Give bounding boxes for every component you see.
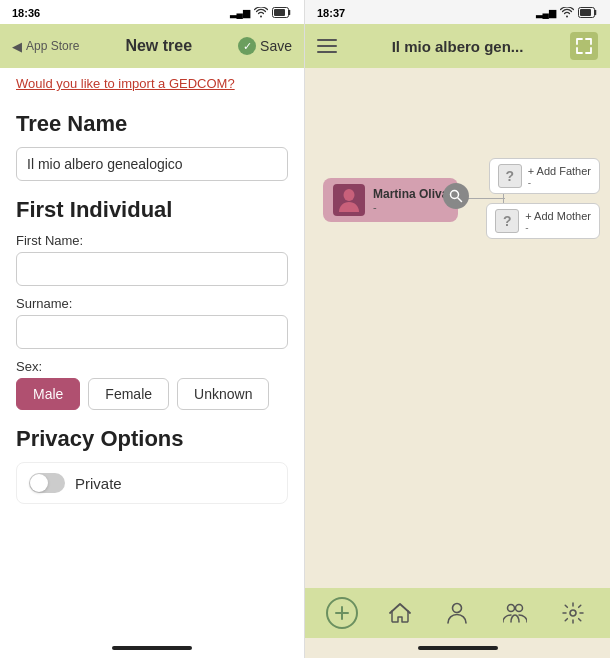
left-time: 18:36 [12,7,40,19]
search-icon[interactable] [443,183,469,209]
save-label: Save [260,38,292,54]
save-button[interactable]: ✓ Save [238,37,292,55]
sex-female-button[interactable]: Female [88,378,169,410]
add-circle-icon [326,597,358,629]
right-time: 18:37 [317,7,345,19]
left-top-bar: ◀ App Store New tree ✓ Save [0,24,304,68]
father-dash: - [528,177,591,188]
hamburger-line-1 [317,39,337,41]
first-name-label: First Name: [16,233,288,248]
person-name: Martina Oliva [373,187,448,201]
privacy-toggle-row: Private [16,462,288,504]
hamburger-line-3 [317,51,337,53]
person-card[interactable]: Martina Oliva - [323,178,458,222]
tree-name-title: Tree Name [16,111,288,137]
sex-selector: Male Female Unknown [16,378,288,410]
surname-input[interactable] [16,315,288,349]
mother-info: + Add Mother - [525,210,591,233]
group-button[interactable] [497,595,533,631]
add-button[interactable] [324,595,360,631]
sex-label: Sex: [16,359,288,374]
private-toggle[interactable] [29,473,65,493]
person-info: Martina Oliva - [373,187,448,213]
tree-name-input[interactable] [16,147,288,181]
person-avatar [333,184,365,216]
app-store-label: App Store [26,39,79,53]
left-wifi-icon [254,7,268,20]
right-home-bar [418,646,498,650]
svg-point-7 [508,605,515,612]
right-home-indicator [305,638,610,658]
left-home-indicator [0,638,304,658]
right-wifi-icon [560,7,574,20]
father-info: + Add Father - [528,165,591,188]
svg-point-6 [453,604,462,613]
surname-label: Surname: [16,296,288,311]
private-label: Private [75,475,122,492]
tree-canvas: Martina Oliva - ? + Add Father - ? + Add… [305,68,610,588]
left-status-bar: 18:36 ▂▄▆ [0,0,304,24]
svg-point-4 [344,189,355,201]
settings-button[interactable] [555,595,591,631]
add-mother-label: + Add Mother [525,210,591,222]
sex-male-button[interactable]: Male [16,378,80,410]
import-gedcom-link[interactable]: Would you like to import a GEDCOM? [0,68,304,99]
mother-dash: - [525,222,591,233]
left-panel: 18:36 ▂▄▆ ◀ App [0,0,305,658]
back-icon: ◀ [12,39,22,54]
right-battery-icon [578,7,598,20]
right-top-bar: Il mio albero gen... [305,24,610,68]
privacy-title: Privacy Options [16,426,288,452]
right-signal-icon: ▂▄▆ [536,8,556,18]
person-dates: - [373,201,448,213]
hamburger-line-2 [317,45,337,47]
home-button[interactable] [382,595,418,631]
first-individual-title: First Individual [16,197,288,223]
svg-point-8 [516,605,523,612]
svg-rect-3 [580,9,591,16]
svg-point-9 [570,610,576,616]
mother-avatar: ? [495,209,519,233]
toggle-knob [30,474,48,492]
add-father-label: + Add Father [528,165,591,177]
add-mother-card[interactable]: ? + Add Mother - [486,203,600,239]
left-battery-icon [272,7,292,20]
svg-rect-1 [274,9,285,16]
left-signal-icon: ▂▄▆ [230,8,250,18]
add-father-card[interactable]: ? + Add Father - [489,158,600,194]
first-name-input[interactable] [16,252,288,286]
form-content: Tree Name First Individual First Name: S… [0,99,304,638]
home-bar [112,646,192,650]
right-panel: 18:37 ▂▄▆ [305,0,610,658]
left-title: New tree [125,37,192,55]
menu-button[interactable] [317,32,345,60]
save-check-icon: ✓ [238,37,256,55]
expand-button[interactable] [570,32,598,60]
svg-point-5 [451,191,459,199]
bottom-toolbar [305,588,610,638]
person-button[interactable] [439,595,475,631]
sex-unknown-button[interactable]: Unknown [177,378,269,410]
right-status-bar: 18:37 ▂▄▆ [305,0,610,24]
father-avatar: ? [498,164,522,188]
right-title: Il mio albero gen... [392,38,524,55]
